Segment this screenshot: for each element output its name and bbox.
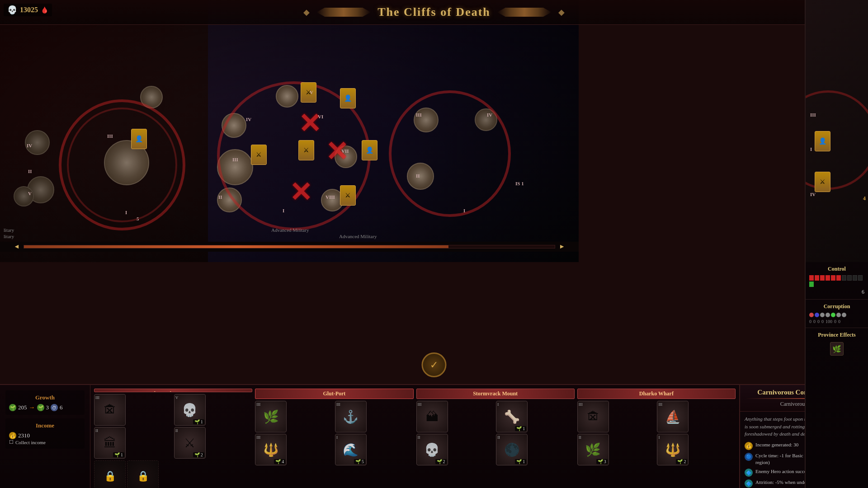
- building-slot-1-0[interactable]: III 🌿: [255, 401, 287, 432]
- growth-section: Growth 🌱 205 → 🌱 3 ⏱ 6: [5, 390, 85, 415]
- building-icon-3-1: ⛵: [665, 409, 681, 424]
- effect-icon-gold: 💰: [745, 442, 753, 450]
- building-slot-0-0[interactable]: III 🏚: [94, 394, 126, 426]
- province-effects-section: Province Effects 🌿: [806, 328, 868, 359]
- building-grid-dharko-wharf: III 🏚 III ⛵ II 🌿 🌱3 I 🔱 🌱2: [577, 401, 736, 465]
- gold-amount: 13025: [20, 6, 38, 14]
- control-panel: 👤 ⚔ III IV I 4 Control 6 Corruption: [805, 0, 868, 488]
- settlement-name-glut-port[interactable]: Glut-Port: [255, 389, 413, 399]
- settlements-area: The Sunken Sewers III 🏚 V 💀 🌱1 II 🏛 🌱1: [90, 385, 739, 488]
- corruption-val-0: 0: [809, 319, 811, 324]
- corruption-pip-4: [836, 313, 841, 317]
- building-slot-3-0[interactable]: III 🏚: [577, 401, 609, 432]
- map-num-is1: IS 1: [515, 181, 524, 186]
- building-grid-glut-port: III 🌿 III ⚓ III 🔱 🌱4 I 🌊 🌱5: [255, 401, 413, 465]
- scroll-left-arrow[interactable]: ◄: [14, 243, 20, 250]
- building-icon-1-1: ⚓: [343, 409, 359, 424]
- unit-card-6[interactable]: ⚔: [340, 185, 356, 206]
- effect-icon-blue: 🔵: [745, 453, 753, 461]
- confirm-button[interactable]: ✓: [422, 352, 447, 377]
- map-num-5: 5: [137, 216, 139, 221]
- growth-next: 3: [46, 404, 49, 411]
- map-num-viii: VIII: [326, 194, 335, 200]
- vine-ring-left-inner: [67, 108, 177, 222]
- health-pip-5: [831, 275, 835, 281]
- confirm-icon: ✓: [430, 359, 438, 371]
- building-badge-2-1: 🌱1: [515, 426, 526, 431]
- building-badge-2-2: 🌱2: [435, 459, 447, 464]
- unit-card-4[interactable]: 👤: [362, 140, 377, 160]
- unit-card-3[interactable]: 👤: [340, 88, 356, 108]
- corruption-val-1: 0: [813, 319, 816, 324]
- unit-card-9[interactable]: ⚔: [251, 145, 267, 165]
- building-slot-3-1[interactable]: III ⛵: [657, 401, 689, 432]
- corruption-val-3: 0: [821, 319, 824, 324]
- settlement-name-sunken-sewers[interactable]: The Sunken Sewers: [94, 389, 252, 392]
- unit-card-1[interactable]: 👤: [131, 129, 147, 149]
- building-badge-0-1: 🌱1: [193, 419, 204, 424]
- corruption-pip-3: [826, 313, 830, 317]
- settlement-circle-left-4[interactable]: [14, 186, 34, 206]
- right-panel-number-4: 4: [863, 195, 866, 202]
- growth-value: 205: [18, 404, 27, 411]
- tier-badge-2-0: III: [418, 402, 422, 407]
- building-slot-2-2[interactable]: II 💀 🌱2: [416, 434, 448, 465]
- unit-card-2[interactable]: ⚔: [301, 82, 316, 103]
- collect-checkbox-icon: ☐: [9, 439, 14, 445]
- lock-slot-0-0[interactable]: 🔒: [94, 460, 126, 488]
- corruption-title: Corruption: [809, 303, 864, 310]
- collect-income-button[interactable]: ☐ Collect income: [9, 439, 81, 445]
- health-pip-10: [858, 275, 863, 281]
- building-slot-0-1[interactable]: V 💀 🌱1: [174, 394, 206, 426]
- scroll-thumb[interactable]: [24, 245, 448, 248]
- map-right-panel: 👤 ⚔ III IV I 4: [806, 0, 868, 262]
- income-value: 2310: [18, 432, 30, 439]
- scroll-track[interactable]: [24, 245, 555, 249]
- building-slot-2-1[interactable]: I 🦴 🌱1: [496, 401, 528, 432]
- income-title: Income: [9, 422, 81, 429]
- building-icon-0-1: 💀: [182, 403, 198, 418]
- map-num-iv-far-right: IV: [810, 192, 816, 197]
- lock-slot-0-1[interactable]: 🔒: [127, 460, 159, 488]
- growth-turns-icon: ⏱: [51, 404, 58, 411]
- tier-badge-3-2: II: [579, 435, 581, 440]
- building-slot-3-3[interactable]: I 🔱 🌱2: [657, 434, 689, 465]
- building-icon-2-3: 🌑: [504, 442, 520, 457]
- unit-card-5[interactable]: ⚔: [298, 140, 314, 160]
- building-slot-0-3[interactable]: II ⚔ 🌱2: [174, 427, 206, 459]
- building-slot-1-3[interactable]: I 🌊 🌱5: [335, 434, 367, 465]
- building-slot-3-2[interactable]: II 🌿 🌱3: [577, 434, 609, 465]
- building-icon-1-3: 🌊: [343, 442, 359, 457]
- collect-income-label: Collect income: [15, 440, 46, 445]
- building-badge-3-3: 🌱2: [676, 459, 687, 464]
- corruption-pip-5: [842, 313, 846, 317]
- corruption-pip-chaos: [809, 313, 814, 317]
- tier-badge-1-1: III: [336, 402, 340, 407]
- settlement-name-dharko-wharf[interactable]: Dharko Wharf: [577, 389, 736, 399]
- unit-card-right-1[interactable]: 👤: [815, 131, 830, 151]
- scroll-right-arrow[interactable]: ►: [559, 243, 565, 250]
- health-pip-8: [847, 275, 852, 281]
- corruption-pip-2: [820, 313, 825, 317]
- building-slot-0-2[interactable]: II 🏛 🌱1: [94, 427, 126, 459]
- health-bar-row: [809, 275, 864, 287]
- building-grid-sunken-sewers: III 🏚 V 💀 🌱1 II 🏛 🌱1 II ⚔ 🌱2: [94, 394, 252, 459]
- corruption-values: 0 0 0 0 100 0 0: [809, 319, 864, 324]
- building-slot-2-0[interactable]: III 🏔: [416, 401, 448, 432]
- map-num-v-left: V: [28, 191, 32, 196]
- building-slot-1-2[interactable]: III 🔱 🌱4: [255, 434, 287, 465]
- building-badge-1-3: 🌱5: [354, 459, 365, 464]
- province-effects-icon[interactable]: 🌿: [830, 342, 844, 356]
- skull-icon: 💀: [7, 5, 17, 15]
- building-icon-0-2: 🏛: [104, 436, 116, 450]
- unit-card-right-2[interactable]: ⚔: [815, 172, 830, 192]
- building-slot-2-3[interactable]: II 🌑 🌱1: [496, 434, 528, 465]
- settlement-name-stormvrack-mount[interactable]: Stormvrack Mount: [416, 389, 575, 399]
- growth-title: Growth: [9, 394, 81, 401]
- building-slot-1-1[interactable]: III ⚓: [335, 401, 367, 432]
- map-num-i-far-right: I: [810, 146, 812, 152]
- scroll-bar[interactable]: ◄ ►: [0, 242, 579, 252]
- lock-icon-0-0: 🔒: [104, 470, 116, 482]
- health-pip-7: [842, 275, 846, 281]
- settlement-sunken-sewers: The Sunken Sewers III 🏚 V 💀 🌱1 II 🏛 🌱1: [94, 389, 252, 484]
